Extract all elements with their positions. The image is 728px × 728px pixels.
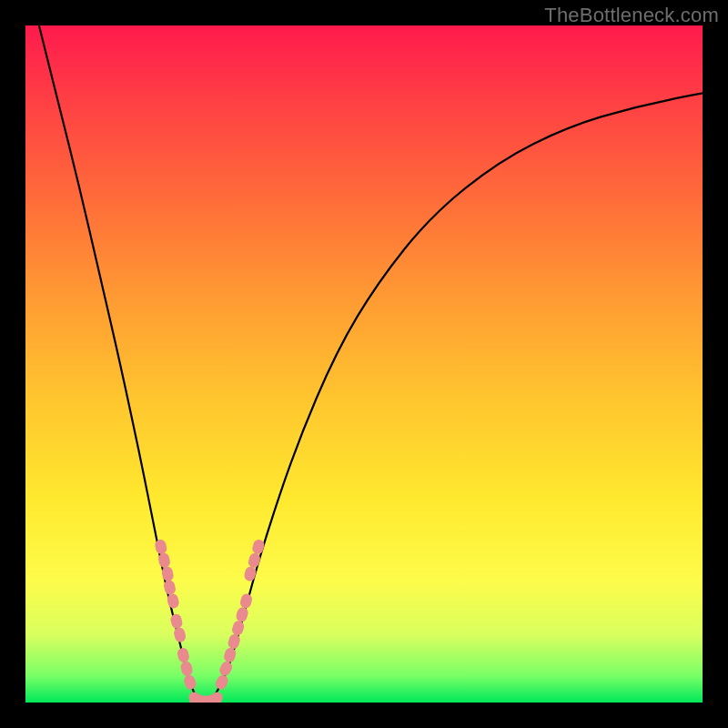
marker-dot — [235, 606, 249, 623]
marker-dot — [217, 660, 234, 678]
marker-dot — [243, 565, 258, 582]
marker-layer — [154, 539, 265, 703]
marker-dot — [227, 633, 241, 651]
marker-dot — [239, 592, 254, 610]
bottleneck-curve — [39, 25, 703, 703]
marker-dot — [173, 626, 187, 642]
marker-dot — [169, 612, 184, 629]
marker-dot — [179, 661, 194, 677]
marker-dot — [177, 647, 191, 663]
marker-dot — [183, 673, 197, 691]
marker-dot — [248, 552, 262, 570]
marker-dot — [251, 539, 266, 556]
watermark-text: TheBottleneck.com — [544, 4, 719, 27]
outer-frame: TheBottleneck.com — [0, 0, 728, 728]
plot-area — [25, 25, 703, 703]
marker-dot — [231, 620, 246, 637]
marker-dot — [214, 673, 230, 692]
curve-layer — [39, 25, 703, 703]
chart-svg — [25, 25, 703, 703]
